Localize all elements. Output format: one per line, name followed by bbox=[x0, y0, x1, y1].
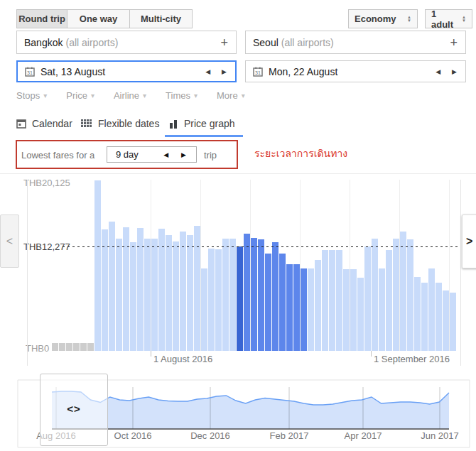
price-bar-2016-08-22[interactable] bbox=[301, 268, 307, 351]
drag-handle-icon[interactable]: <> bbox=[67, 403, 81, 415]
price-bar-2016-08-28[interactable] bbox=[343, 269, 350, 351]
price-bar-2016-09-08[interactable] bbox=[421, 283, 428, 351]
tab-flexible-dates[interactable]: Flexible dates bbox=[81, 116, 159, 131]
price-bar-2016-07-26[interactable] bbox=[109, 222, 115, 351]
price-bar-2016-09-07[interactable] bbox=[414, 277, 421, 351]
price-bar-2016-09-04[interactable] bbox=[393, 239, 399, 351]
add-origin-airport-button[interactable]: + bbox=[220, 35, 228, 50]
scrubber-month-label: Oct 2016 bbox=[108, 430, 158, 441]
return-date-next-icon[interactable]: ▶ bbox=[452, 68, 457, 75]
price-bar-2016-08-01[interactable] bbox=[151, 239, 158, 351]
price-bar-2016-09-06[interactable] bbox=[407, 239, 413, 351]
price-bar-2016-08-25[interactable] bbox=[322, 250, 328, 351]
price-bar-2016-08-11[interactable] bbox=[222, 239, 229, 351]
origin-input[interactable]: Bangkok (all airports) + bbox=[16, 31, 237, 54]
filter-airline[interactable]: Airline▾ bbox=[114, 90, 146, 101]
passenger-count-select[interactable]: 1 adult ▲▼ bbox=[425, 9, 472, 28]
selected-tab-underline bbox=[165, 135, 243, 137]
scrubber-selection-window[interactable]: <> bbox=[40, 374, 108, 446]
price-bar-2016-08-09[interactable] bbox=[208, 249, 215, 351]
scroll-later-dates-button[interactable]: > bbox=[462, 214, 476, 268]
calendar-icon bbox=[16, 119, 26, 129]
departure-date-prev-icon[interactable]: ◀ bbox=[205, 68, 210, 75]
chevron-down-icon: ▾ bbox=[194, 92, 198, 99]
price-bar-2016-08-12[interactable] bbox=[229, 239, 236, 351]
tab-calendar[interactable]: Calendar bbox=[16, 116, 72, 131]
no-data-day-marker bbox=[80, 343, 87, 351]
destination-city: Seoul bbox=[253, 37, 278, 48]
filter-times[interactable]: Times▾ bbox=[166, 90, 198, 101]
price-bar-2016-08-19[interactable] bbox=[279, 254, 286, 351]
svg-text:31: 31 bbox=[255, 70, 261, 75]
price-bar-2016-08-05[interactable] bbox=[180, 232, 186, 351]
price-bar-2016-08-16[interactable] bbox=[258, 239, 264, 351]
price-bar-2016-08-18[interactable] bbox=[272, 242, 278, 351]
price-graph: THB20,125 THB12,277 THB0 1 August 2016 1… bbox=[0, 174, 476, 366]
y-axis-max-label: THB20,125 bbox=[23, 178, 70, 188]
price-bar-2016-09-11[interactable] bbox=[443, 290, 449, 351]
destination-input[interactable]: Seoul (all airports) + bbox=[245, 31, 466, 54]
filter-price[interactable]: Price▾ bbox=[66, 90, 94, 101]
duration-prefix-label: Lowest fares for a bbox=[21, 150, 94, 161]
svg-text:31: 31 bbox=[27, 70, 33, 75]
price-bar-2016-09-02[interactable] bbox=[379, 268, 385, 351]
price-bar-2016-08-07[interactable] bbox=[194, 226, 200, 351]
price-bar-2016-08-06[interactable] bbox=[187, 235, 193, 351]
departure-date-next-icon[interactable]: ▶ bbox=[222, 68, 227, 75]
price-bar-2016-07-29[interactable] bbox=[130, 242, 136, 351]
chart-left-border bbox=[27, 180, 28, 366]
price-graph-plot-area: THB20,125 THB12,277 THB0 1 August 2016 1… bbox=[0, 174, 461, 366]
price-bar-2016-08-14[interactable] bbox=[244, 234, 250, 351]
price-bar-2016-08-20[interactable] bbox=[286, 264, 293, 351]
price-bar-2016-08-10[interactable] bbox=[215, 249, 222, 351]
no-data-day-marker bbox=[73, 343, 80, 351]
filter-stops[interactable]: Stops▾ bbox=[16, 90, 47, 101]
calendar-31-icon: 31 bbox=[253, 67, 263, 77]
price-bar-2016-07-24[interactable] bbox=[94, 180, 101, 351]
cabin-class-select[interactable]: Economy ▲▼ bbox=[348, 9, 418, 28]
price-bar-2016-08-27[interactable] bbox=[336, 250, 342, 351]
departure-date-field[interactable]: 31 Sat, 13 August ◀ ▶ bbox=[16, 60, 237, 82]
return-date-prev-icon[interactable]: ◀ bbox=[436, 68, 440, 75]
tab-round-trip[interactable]: Round trip bbox=[16, 9, 67, 28]
flight-search-page: Round trip One way Multi-city Economy ▲▼… bbox=[0, 0, 476, 451]
tab-multi-city[interactable]: Multi-city bbox=[129, 9, 193, 28]
price-bar-2016-08-24[interactable] bbox=[315, 260, 321, 351]
calendar-31-icon: 31 bbox=[25, 67, 35, 77]
grid-icon bbox=[81, 119, 92, 128]
price-bar-2016-08-30[interactable] bbox=[357, 278, 364, 351]
price-bar-2016-08-08[interactable] bbox=[201, 268, 207, 351]
scrubber-month-label: Feb 2017 bbox=[264, 430, 314, 441]
price-bar-2016-08-23[interactable] bbox=[308, 268, 314, 351]
y-axis-reference-label: THB12,277 bbox=[23, 241, 70, 252]
price-bar-2016-09-09[interactable] bbox=[428, 268, 435, 351]
filter-more[interactable]: More▾ bbox=[217, 90, 245, 101]
tab-one-way[interactable]: One way bbox=[67, 9, 130, 28]
price-bar-2016-09-05[interactable] bbox=[400, 232, 406, 351]
price-bar-2016-08-15[interactable] bbox=[251, 238, 257, 351]
price-bar-2016-08-04[interactable] bbox=[173, 241, 179, 351]
bar-chart-icon bbox=[169, 119, 178, 129]
trip-duration-stepper[interactable]: 9 day ◀ ▶ bbox=[107, 146, 197, 163]
origin-suffix: (all airports) bbox=[65, 37, 118, 48]
duration-decrease-icon[interactable]: ◀ bbox=[163, 151, 168, 158]
price-bar-2016-07-27[interactable] bbox=[116, 239, 122, 351]
price-bar-2016-08-26[interactable] bbox=[329, 250, 335, 351]
price-bar-2016-07-25[interactable] bbox=[102, 229, 108, 351]
tab-price-graph[interactable]: Price graph bbox=[169, 116, 235, 131]
add-destination-airport-button[interactable]: + bbox=[450, 35, 458, 50]
price-bar-2016-09-12[interactable] bbox=[450, 293, 456, 351]
duration-increase-icon[interactable]: ▶ bbox=[181, 151, 186, 158]
price-bar-2016-08-21[interactable] bbox=[293, 264, 300, 351]
price-bar-2016-08-29[interactable] bbox=[350, 269, 357, 351]
price-bar-2016-09-01[interactable] bbox=[372, 239, 378, 351]
price-bar-2016-08-13[interactable] bbox=[237, 246, 243, 351]
price-bar-2016-08-31[interactable] bbox=[364, 246, 371, 351]
scroll-earlier-dates-button[interactable]: < bbox=[0, 214, 19, 268]
return-date-field[interactable]: 31 Mon, 22 August ◀ ▶ bbox=[245, 60, 466, 82]
price-bar-2016-08-03[interactable] bbox=[166, 235, 172, 351]
price-bar-2016-09-10[interactable] bbox=[436, 283, 442, 351]
price-bar-2016-09-03[interactable] bbox=[386, 250, 392, 351]
price-bar-2016-07-31[interactable] bbox=[144, 239, 151, 351]
price-bar-2016-08-17[interactable] bbox=[265, 254, 271, 351]
